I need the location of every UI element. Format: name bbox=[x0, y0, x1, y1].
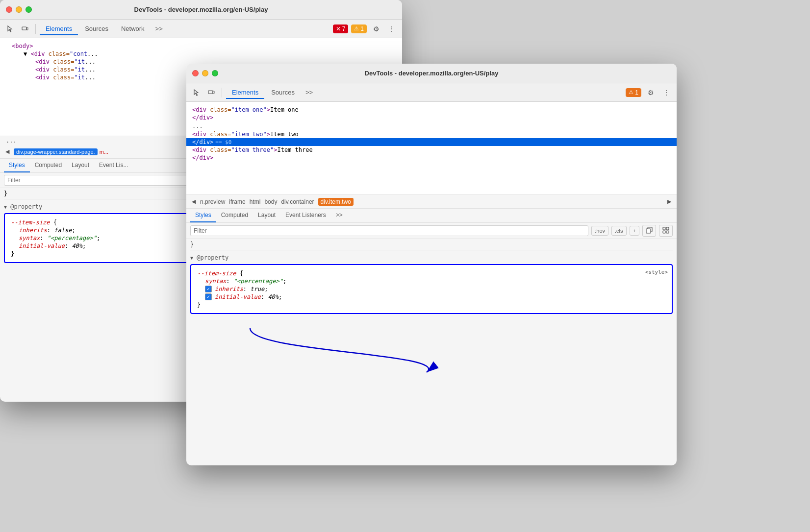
back-settings-icon[interactable]: ⚙ bbox=[370, 23, 382, 35]
back-more-icon[interactable]: ⋮ bbox=[385, 23, 398, 35]
front-window-title: DevTools - developer.mozilla.org/en-US/p… bbox=[365, 70, 499, 77]
front-highlight-line-1: --item-size { bbox=[197, 270, 666, 277]
front-inherits-checkmark: ✓ bbox=[207, 287, 210, 291]
front-devices-icon[interactable] bbox=[205, 86, 218, 99]
back-warning-count: 1 bbox=[360, 25, 364, 32]
front-tab-elements[interactable]: Elements bbox=[226, 86, 264, 98]
back-tab-elements[interactable]: Elements bbox=[40, 23, 78, 35]
front-toolbar: Elements Sources >> ⚠ 1 ⚙ ⋮ bbox=[186, 83, 677, 102]
svg-rect-3 bbox=[213, 91, 214, 94]
front-settings-icon[interactable]: ⚙ bbox=[644, 86, 657, 99]
front-tree-line-1: <div class="item one">Item one bbox=[186, 106, 677, 114]
front-bc-item-item-two[interactable]: div.item.two bbox=[318, 198, 354, 206]
back-tab-list: Elements Sources Network >> bbox=[40, 23, 331, 35]
svg-rect-9 bbox=[666, 231, 669, 233]
front-bc-item-body[interactable]: body bbox=[264, 198, 277, 205]
front-highlight-inherits-row: ✓ inherits: true; bbox=[197, 286, 666, 292]
front-maximize-button[interactable] bbox=[212, 70, 218, 76]
back-error-badge: ✕ 7 bbox=[333, 24, 349, 33]
svg-rect-2 bbox=[208, 91, 213, 94]
back-style-tab-layout[interactable]: Layout bbox=[67, 159, 94, 172]
svg-rect-7 bbox=[666, 227, 669, 230]
front-inherits-prop: inherits: true; bbox=[215, 286, 268, 292]
front-breadcrumb-back[interactable]: ◀ bbox=[189, 197, 198, 206]
front-minimize-button[interactable] bbox=[202, 70, 208, 76]
back-error-count: 7 bbox=[342, 25, 346, 32]
front-copy-button[interactable] bbox=[642, 225, 656, 237]
front-breadcrumb-forward[interactable]: ▶ bbox=[665, 197, 674, 206]
front-titlebar: DevTools - developer.mozilla.org/en-US/p… bbox=[186, 64, 677, 83]
front-style-tab-layout[interactable]: Layout bbox=[253, 209, 280, 222]
front-html-tree: <div class="item one">Item one </div> ..… bbox=[186, 102, 677, 195]
svg-rect-6 bbox=[663, 227, 665, 230]
back-toolbar-right: ✕ 7 ⚠ 1 ⚙ ⋮ bbox=[333, 23, 398, 35]
back-warning-icon: ⚠ bbox=[354, 25, 359, 32]
back-breadcrumb-item-1[interactable]: div.page-wrapper.standard-page. bbox=[14, 148, 98, 155]
front-rule-header: ▼ @property bbox=[190, 254, 673, 261]
front-bc-item-container[interactable]: div.container bbox=[281, 198, 314, 205]
back-closing-brace: } bbox=[4, 190, 7, 197]
front-devtools-window: DevTools - developer.mozilla.org/en-US/p… bbox=[186, 64, 677, 465]
back-maximize-button[interactable] bbox=[25, 6, 32, 13]
front-toolbar-right: ⚠ 1 ⚙ ⋮ bbox=[626, 86, 673, 99]
back-style-tab-styles[interactable]: Styles bbox=[4, 159, 30, 172]
front-tab-more[interactable]: >> bbox=[302, 86, 317, 98]
front-tab-sources[interactable]: Sources bbox=[265, 86, 301, 98]
back-style-tab-computed[interactable]: Computed bbox=[30, 159, 67, 172]
front-closing-brace: } bbox=[190, 241, 194, 248]
front-style-tab-events[interactable]: Event Listeners bbox=[280, 209, 331, 222]
front-inherits-checkbox[interactable]: ✓ bbox=[205, 286, 212, 292]
back-tab-more[interactable]: >> bbox=[152, 23, 167, 35]
front-tree-line-6: </div> bbox=[186, 154, 677, 162]
front-bc-item-preview[interactable]: n.preview bbox=[200, 198, 225, 205]
front-grid-button[interactable] bbox=[659, 225, 673, 237]
front-style-tab-computed[interactable]: Computed bbox=[216, 209, 253, 222]
back-window-title: DevTools - developer.mozilla.org/en-US/p… bbox=[134, 6, 268, 13]
front-add-button[interactable]: + bbox=[630, 226, 639, 236]
front-highlight-initial-row: ✓ initial-value: 40%; bbox=[197, 293, 666, 300]
front-style-tab-styles[interactable]: Styles bbox=[190, 209, 216, 222]
front-tree-selected-line: </div> == $0 bbox=[186, 138, 677, 146]
front-more-icon[interactable]: ⋮ bbox=[660, 86, 673, 99]
front-cls-button[interactable]: .cls bbox=[611, 226, 627, 236]
front-initial-prop: initial-value: 40%; bbox=[215, 293, 282, 300]
back-toolbar-divider bbox=[35, 24, 36, 34]
back-minimize-button[interactable] bbox=[16, 6, 22, 13]
back-breadcrumb-back[interactable]: ◀ bbox=[3, 147, 12, 156]
front-highlight-line-2: syntax: "<percentage>"; bbox=[197, 278, 666, 285]
back-toolbar: Elements Sources Network >> ✕ 7 ⚠ 1 ⚙ ⋮ bbox=[0, 20, 402, 38]
front-warning-badge: ⚠ 1 bbox=[626, 88, 641, 97]
back-warning-badge: ⚠ 1 bbox=[351, 24, 367, 33]
front-style-source: <style> bbox=[645, 269, 668, 275]
front-close-button[interactable] bbox=[192, 70, 199, 76]
back-devices-icon[interactable] bbox=[19, 23, 31, 35]
front-toolbar-divider bbox=[222, 88, 222, 97]
front-initial-checkbox[interactable]: ✓ bbox=[205, 293, 212, 300]
front-filter-input[interactable] bbox=[190, 225, 588, 236]
back-style-tab-events[interactable]: Event Lis... bbox=[94, 159, 133, 172]
back-tree-line-2: ▼ <div class="cont... bbox=[0, 50, 402, 58]
back-titlebar: DevTools - developer.mozilla.org/en-US/p… bbox=[0, 0, 402, 20]
front-tree-line-3: <div class="item two">Item two bbox=[186, 130, 677, 138]
front-cursor-icon[interactable] bbox=[190, 86, 203, 99]
front-filter-row: :hov .cls + bbox=[186, 223, 677, 239]
front-tree-ellipsis: ... bbox=[186, 121, 677, 130]
front-traffic-lights bbox=[192, 70, 218, 76]
front-style-tab-more[interactable]: >> bbox=[331, 209, 348, 222]
front-tree-line-2: </div> bbox=[186, 114, 677, 121]
front-content-area: <div class="item one">Item one </div> ..… bbox=[186, 102, 677, 465]
back-tab-sources[interactable]: Sources bbox=[79, 23, 114, 35]
front-css-highlight-block: <style> --item-size { syntax: "<percenta… bbox=[190, 264, 673, 314]
front-bc-item-html[interactable]: html bbox=[250, 198, 261, 205]
front-tree-line-5: <div class="item three">Item three bbox=[186, 146, 677, 154]
back-breadcrumb-item-2[interactable]: m... bbox=[100, 149, 108, 155]
front-warning-icon: ⚠ bbox=[629, 89, 633, 96]
back-traffic-lights bbox=[6, 6, 32, 13]
back-close-button[interactable] bbox=[6, 6, 12, 13]
svg-rect-5 bbox=[646, 229, 651, 233]
front-bc-item-iframe[interactable]: iframe bbox=[229, 198, 245, 205]
front-hov-button[interactable]: :hov bbox=[591, 226, 608, 236]
front-warning-count: 1 bbox=[635, 89, 638, 96]
back-cursor-icon[interactable] bbox=[4, 23, 17, 35]
back-tab-network[interactable]: Network bbox=[115, 23, 151, 35]
